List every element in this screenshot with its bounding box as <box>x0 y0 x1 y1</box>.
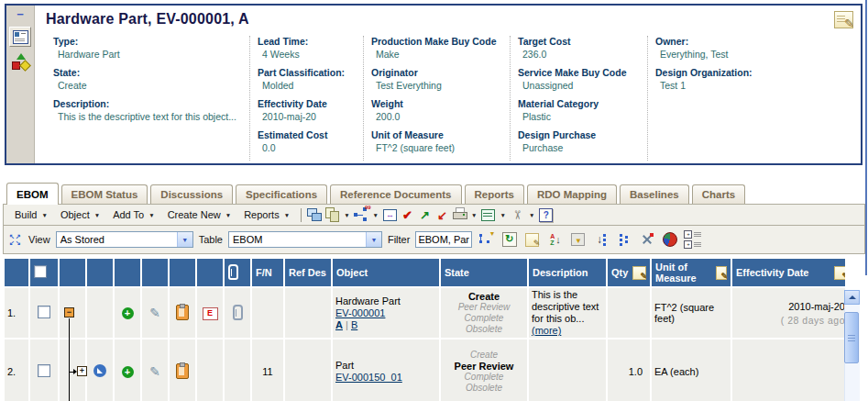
tab-reports[interactable]: Reports <box>465 184 524 204</box>
object-id-link[interactable]: EV-000150_01 <box>335 372 402 383</box>
field-value: FT^2 (square feet) <box>371 140 502 153</box>
promote-arrow-icon[interactable]: ↗ <box>416 206 434 223</box>
property-column-5: Owner:Everything, Test Design Organizati… <box>647 36 853 161</box>
approve-check-icon[interactable]: ✔ <box>399 206 416 223</box>
uom-cell: EA (each) <box>652 340 731 401</box>
sort-az-icon[interactable]: AZ↓ <box>546 231 564 248</box>
tab-rdo-mapping[interactable]: RDO Mapping <box>527 184 617 204</box>
copy-window-icon[interactable] <box>306 206 324 223</box>
table-select[interactable]: EBOM▼ <box>228 231 382 248</box>
collapse-levels-icon[interactable] <box>615 231 632 248</box>
demote-arrow-icon[interactable]: ↙ <box>434 206 451 223</box>
menu-add-to[interactable]: Add To▼ <box>106 207 161 222</box>
help-icon[interactable]: ? <box>537 206 555 223</box>
icon-cell-empty <box>87 288 113 338</box>
edit-pencil-icon[interactable]: ✎ <box>149 306 160 320</box>
clipboard-icon[interactable] <box>176 363 189 379</box>
export-table-icon[interactable] <box>479 206 497 223</box>
field-label: Design Purchase <box>518 129 640 140</box>
edit-column-icon[interactable]: ✎ <box>632 266 646 280</box>
fn-cell: 11 <box>252 340 283 401</box>
menu-object[interactable]: Object▼ <box>54 207 106 222</box>
paperclip-icon[interactable] <box>233 305 243 320</box>
view-select[interactable]: As Stored▼ <box>56 231 193 248</box>
expand-levels-icon[interactable]: ↓ <box>592 231 610 248</box>
filter-input[interactable] <box>415 231 472 248</box>
bom-structure-icon[interactable] <box>10 53 30 72</box>
object-cell: Part EV-000150_01 <box>333 340 439 401</box>
expand-box[interactable]: + <box>77 366 87 376</box>
properties-form-icon[interactable] <box>9 27 31 47</box>
clipboard-icon[interactable] <box>176 305 189 320</box>
revision-a-link[interactable]: A <box>335 319 343 330</box>
menu-create-new[interactable]: Create New▼ <box>161 207 238 222</box>
edit-pencil-icon[interactable]: ✎ <box>149 364 160 379</box>
expand-all-icon[interactable]: ↖↗↙↘ <box>9 233 23 246</box>
row-checkbox[interactable] <box>38 306 50 318</box>
scrollbar-thumb[interactable] <box>844 312 859 363</box>
image-view-icon[interactable]: E <box>203 307 218 320</box>
header-row-number <box>5 259 28 286</box>
dropdown-caret-icon[interactable]: ▼ <box>500 212 505 218</box>
row-checkbox[interactable] <box>38 364 50 377</box>
remove-filter-icon[interactable]: ▼ <box>569 231 587 248</box>
edit-table-icon[interactable]: ✎ <box>523 231 541 248</box>
menu-build[interactable]: Build▼ <box>8 207 54 222</box>
tree-filter-icon[interactable]: ▼ <box>478 231 495 248</box>
edit-column-icon[interactable]: ✎ <box>834 266 845 280</box>
customize-tools-icon[interactable]: ✂ <box>509 206 526 223</box>
tab-ebom[interactable]: EBOM <box>6 183 59 205</box>
state-current: Create <box>444 291 524 302</box>
tab-ebom-status[interactable]: EBOM Status <box>61 184 148 204</box>
multi-level-expand-icon[interactable]: + + <box>684 231 701 248</box>
menu-reports[interactable]: Reports▼ <box>237 207 296 222</box>
edit-column-icon[interactable]: ✎ <box>716 266 727 280</box>
add-circle-icon[interactable]: + <box>122 366 134 378</box>
edit-details-icon[interactable]: ✎ <box>834 11 853 28</box>
select-dropdown-button[interactable]: ▼ <box>177 232 192 247</box>
duplicate-sheets-icon[interactable] <box>324 206 341 223</box>
chart-pie-icon[interactable] <box>661 231 678 248</box>
state-item: Peer Review <box>444 302 524 313</box>
dropdown-caret-icon[interactable]: ▼ <box>373 212 379 218</box>
tab-charts[interactable]: Charts <box>692 184 745 204</box>
tab-specifications[interactable]: Specifications <box>236 184 327 204</box>
swap-objects-icon[interactable]: ↔ <box>381 206 399 223</box>
minimize-button[interactable]: − <box>16 9 24 20</box>
refresh-icon[interactable]: ↻ <box>500 231 518 248</box>
dropdown-caret-icon[interactable]: ▼ <box>471 212 477 218</box>
field-value: Hardware Part <box>53 47 242 60</box>
header-uom: Unit of Measure✎ <box>652 259 731 286</box>
tab-baselines[interactable]: Baselines <box>620 184 689 204</box>
tab-discussions[interactable]: Discussions <box>150 184 233 204</box>
tab-reference-documents[interactable]: Reference Documents <box>330 184 461 204</box>
field-value: Plastic <box>518 109 640 122</box>
disconnect-icon[interactable] <box>638 231 655 248</box>
icon-cell <box>170 288 195 338</box>
print-icon[interactable] <box>451 206 468 223</box>
icon-cell: ✎ <box>142 288 168 338</box>
field-value: 0.0 <box>258 140 356 153</box>
field-value: 4 Weeks <box>258 47 356 60</box>
add-circle-icon[interactable]: + <box>122 307 134 319</box>
structure-compare-icon[interactable]: 99 <box>353 206 370 223</box>
navigate-circle-icon[interactable] <box>93 364 106 377</box>
select-all-checkbox[interactable] <box>34 265 47 278</box>
dropdown-caret-icon[interactable]: ▼ <box>529 212 534 218</box>
property-column-4: Target Cost236.0 Service Make Buy CodeUn… <box>510 36 647 161</box>
collapse-box[interactable]: − <box>64 307 74 317</box>
fn-cell <box>252 288 283 338</box>
scroll-up-button[interactable] <box>844 290 860 305</box>
revision-b-link[interactable]: B <box>351 319 357 330</box>
field-label: State: <box>53 67 242 78</box>
dropdown-caret-icon[interactable]: ▼ <box>344 212 349 218</box>
object-id-link[interactable]: EV-000001 <box>335 307 385 318</box>
app-page: { "glyphs": { "caret": "▼", "minimize": … <box>0 0 868 401</box>
more-link[interactable]: (more) <box>532 325 561 336</box>
field-value: 236.0 <box>518 47 640 60</box>
icon-cell <box>170 340 195 401</box>
tree-cell: + <box>60 340 85 401</box>
menu-label: Add To <box>113 209 144 220</box>
field-label: Originator <box>371 67 502 78</box>
select-dropdown-button[interactable]: ▼ <box>366 232 381 247</box>
